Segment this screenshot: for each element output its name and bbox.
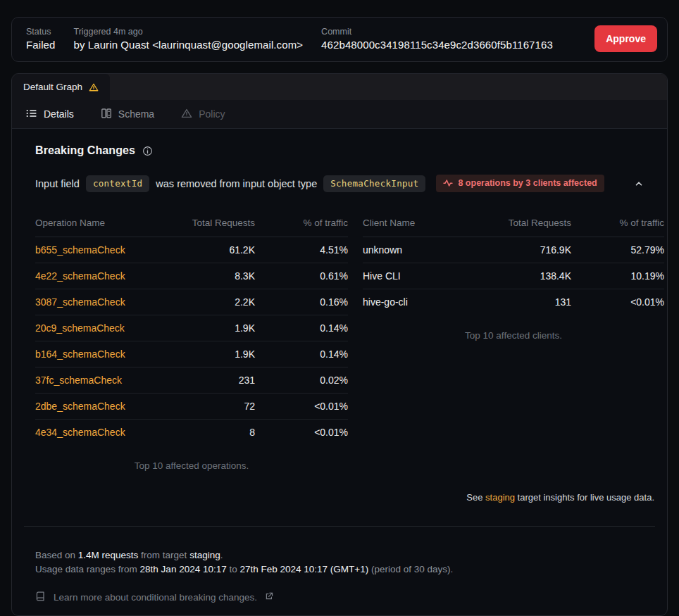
change-text-middle: was removed from input object type <box>156 178 317 189</box>
cell-value: 138.4K <box>455 263 571 289</box>
range-prefix-text: Usage data ranges from <box>35 564 140 574</box>
target-name: staging <box>189 550 220 560</box>
tab-details[interactable]: Details <box>26 108 74 121</box>
operation-link[interactable]: 3087_schemaCheck <box>35 289 139 315</box>
col-total-requests: Total Requests <box>455 210 571 237</box>
learn-more-link[interactable]: Learn more about conditional breaking ch… <box>24 591 655 604</box>
status-label: Status <box>26 27 55 37</box>
insights-prefix: See <box>466 492 485 503</box>
tab-schema[interactable]: Schema <box>101 108 154 121</box>
warning-triangle-icon <box>181 108 192 121</box>
operation-link[interactable]: b655_schemaCheck <box>35 237 139 263</box>
to-text: to <box>227 564 240 574</box>
table-row: unknown716.9K52.79% <box>363 237 664 263</box>
col-traffic-pct: % of traffic <box>255 210 348 237</box>
operation-link[interactable]: 4e22_schemaCheck <box>35 263 139 289</box>
tab-policy[interactable]: Policy <box>181 108 225 121</box>
cell-value: 0.14% <box>255 315 348 341</box>
usage-summary-line1: Based on 1.4M requests from target stagi… <box>35 548 655 562</box>
learn-more-label: Learn more about conditional breaking ch… <box>54 592 257 603</box>
operation-link[interactable]: b164_schemaCheck <box>35 341 139 367</box>
info-icon[interactable] <box>142 146 153 156</box>
usage-tables: Operation Name Total Requests % of traff… <box>24 210 655 471</box>
operation-link[interactable]: 4e34_schemaCheck <box>35 420 139 446</box>
clients-table: Client Name Total Requests % of traffic … <box>363 210 664 315</box>
check-status-card: Status Failed Triggered 4m ago by Laurin… <box>11 17 668 62</box>
status-value: Failed <box>26 39 55 51</box>
approve-button[interactable]: Approve <box>594 25 657 52</box>
details-content: Breaking Changes Input field contextId w… <box>12 129 667 604</box>
table-row: 3087_schemaCheck2.2K0.16% <box>35 289 348 315</box>
table-row: 4e34_schemaCheck8<0.01% <box>35 420 348 446</box>
cell-value: 72 <box>139 394 255 420</box>
cell-value: 4.51% <box>255 237 348 263</box>
collapse-chevron-up-icon[interactable] <box>631 176 647 191</box>
operations-table: Operation Name Total Requests % of traff… <box>35 210 348 446</box>
book-icon <box>35 591 46 604</box>
clients-table-wrap: Client Name Total Requests % of traffic … <box>363 210 664 471</box>
cell-value: 716.9K <box>455 237 571 263</box>
cell-value: 52.79% <box>571 237 664 263</box>
clients-caption: Top 10 affected clients. <box>363 330 664 341</box>
section-title: Breaking Changes <box>35 144 135 157</box>
usage-summary: Based on 1.4M requests from target stagi… <box>24 548 655 577</box>
table-row: 20c9_schemaCheck1.9K0.14% <box>35 315 348 341</box>
cell-value: 131 <box>455 289 571 315</box>
staging-target-link[interactable]: staging <box>485 492 515 503</box>
operations-table-wrap: Operation Name Total Requests % of traff… <box>35 210 348 471</box>
cell-value: 8.3K <box>139 263 255 289</box>
table-row: 37fc_schemaCheck2310.02% <box>35 367 348 394</box>
cell-value: 0.61% <box>255 263 348 289</box>
operation-link[interactable]: 20c9_schemaCheck <box>35 315 139 341</box>
table-row: b655_schemaCheck61.2K4.51% <box>35 237 348 263</box>
schema-check-page: Status Failed Triggered 4m ago by Laurin… <box>0 0 679 616</box>
breaking-change-row: Input field contextId was removed from i… <box>24 175 655 192</box>
change-text-prefix: Input field <box>35 178 80 189</box>
cell-value: 0.16% <box>255 289 348 315</box>
type-code-pill: SchemaCheckInput <box>323 175 425 192</box>
period-end: . <box>220 550 223 560</box>
date-from: 28th Jan 2024 10:17 <box>140 564 227 574</box>
date-to: 27th Feb 2024 10:17 (GMT+1) <box>239 564 368 574</box>
cell-value: <0.01% <box>571 289 664 315</box>
insights-note: See staging target insights for live usa… <box>24 492 655 503</box>
check-nav-tabs: Details Schema Policy <box>12 100 667 129</box>
usage-summary-line2: Usage data ranges from 28th Jan 2024 10:… <box>35 562 655 577</box>
table-row: b164_schemaCheck1.9K0.14% <box>35 341 348 367</box>
cell-value: 1.9K <box>139 341 255 367</box>
request-count: 1.4M requests <box>78 550 139 560</box>
cell-value: 1.9K <box>139 315 255 341</box>
check-details-card: Default Graph Details Schema Policy <box>11 73 668 616</box>
cell-value: 10.19% <box>571 263 664 289</box>
cell-value: 61.2K <box>139 237 255 263</box>
external-link-icon <box>265 592 273 603</box>
from-target-text: from target <box>138 550 189 560</box>
tab-default-graph[interactable]: Default Graph <box>12 74 110 100</box>
field-code-pill: contextId <box>86 175 149 192</box>
triggered-column: Triggered 4m ago by Laurin Quast <laurin… <box>73 27 303 51</box>
col-operation-name: Operation Name <box>35 210 139 237</box>
graph-warning-icon <box>89 82 99 92</box>
tab-schema-label: Schema <box>118 108 154 120</box>
cell-value: <0.01% <box>255 394 348 420</box>
commit-hash: 462b48000c34198115c34e9c2d3660f5b1167163 <box>321 39 553 51</box>
impact-badge[interactable]: 8 operations by 3 clients affected <box>436 175 604 192</box>
cell-value: 2.2K <box>139 289 255 315</box>
operations-caption: Top 10 affected operations. <box>35 460 348 471</box>
cell-value: 0.02% <box>255 367 348 394</box>
cell-value: 231 <box>139 367 255 394</box>
graph-tab-strip: Default Graph <box>12 74 667 100</box>
operation-link[interactable]: 37fc_schemaCheck <box>35 367 139 394</box>
range-suffix-text: (period of 30 days). <box>368 564 453 574</box>
list-icon <box>26 108 37 121</box>
col-total-requests: Total Requests <box>139 210 255 237</box>
schema-icon <box>101 108 112 121</box>
pulse-icon <box>443 178 453 188</box>
cell-value: 8 <box>139 420 255 446</box>
tab-details-label: Details <box>44 108 74 120</box>
breaking-changes-header: Breaking Changes <box>24 144 655 157</box>
tab-policy-label: Policy <box>199 108 225 120</box>
operation-link[interactable]: 2dbe_schemaCheck <box>35 394 139 420</box>
triggered-author: by Laurin Quast <laurinquast@googlemail.… <box>73 39 303 51</box>
based-on-text: Based on <box>35 550 78 560</box>
